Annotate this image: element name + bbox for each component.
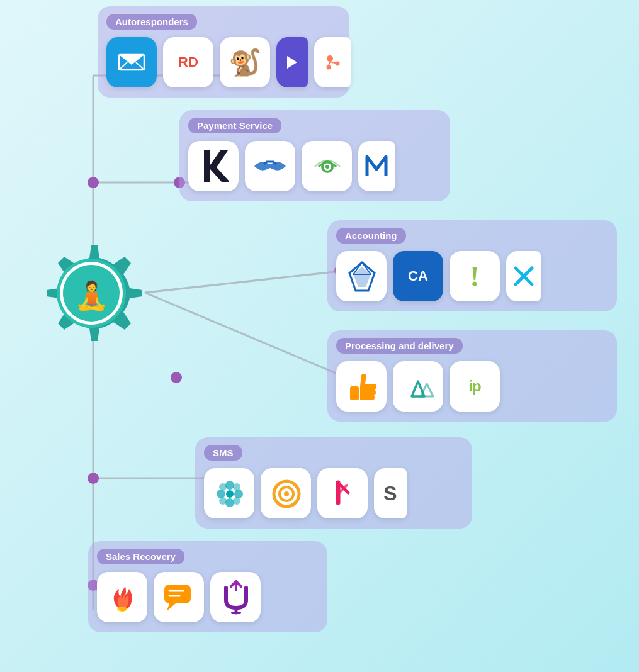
- fire-icon[interactable]: [97, 572, 147, 622]
- mailer-lite-icon[interactable]: [106, 37, 157, 87]
- svg-point-47: [233, 497, 240, 505]
- sendinblue-icon[interactable]: [204, 468, 254, 518]
- telnyx-icon[interactable]: [317, 468, 368, 518]
- peaks-icon[interactable]: [393, 361, 443, 412]
- rd-station-icon[interactable]: RD: [163, 37, 213, 87]
- hubspot-icon[interactable]: [314, 37, 351, 87]
- klarna-icon[interactable]: [188, 141, 239, 191]
- payment-icons: [188, 141, 441, 191]
- svg-point-46: [219, 497, 227, 505]
- payment-group: Payment Service: [179, 110, 450, 201]
- sms-icons: S: [204, 468, 463, 518]
- svg-marker-20: [287, 56, 297, 69]
- sms-group: SMS: [195, 437, 472, 529]
- svg-line-3: [145, 271, 346, 293]
- payment-label: Payment Service: [188, 118, 281, 133]
- svg-point-45: [233, 483, 240, 491]
- exclamation-icon[interactable]: !: [450, 251, 500, 301]
- processing-group: Processing and delivery ip: [327, 330, 617, 422]
- svg-text:🧘: 🧘: [74, 279, 109, 312]
- xero-icon[interactable]: [506, 251, 541, 301]
- gear-icon: 🧘: [38, 239, 145, 346]
- svg-point-10: [171, 372, 182, 383]
- handshake-icon[interactable]: [245, 141, 295, 191]
- sms-label: SMS: [204, 445, 242, 461]
- svg-point-54: [117, 607, 127, 612]
- center-hub: 🧘: [38, 239, 145, 346]
- svg-rect-55: [164, 585, 191, 603]
- svg-point-11: [88, 473, 99, 484]
- upviral-icon[interactable]: [210, 572, 261, 622]
- chat-icon[interactable]: [154, 572, 204, 622]
- sms4-icon[interactable]: S: [374, 468, 407, 518]
- processing-icons: ip: [336, 361, 608, 412]
- svg-rect-36: [350, 386, 359, 400]
- sales-recovery-label: Sales Recovery: [97, 549, 184, 564]
- svg-point-41: [225, 498, 234, 507]
- accounting-label: Accounting: [336, 228, 406, 244]
- svg-point-7: [88, 177, 99, 188]
- svg-line-25: [329, 62, 330, 65]
- svg-marker-56: [167, 603, 176, 611]
- main-container: 🧘 Autoresponders RD 🐒: [0, 0, 639, 672]
- sales-recovery-icons: [97, 572, 319, 622]
- rss-icon[interactable]: [302, 141, 352, 191]
- accounting-icons: CA !: [336, 251, 608, 301]
- svg-point-44: [219, 483, 227, 491]
- sales-recovery-group: Sales Recovery: [88, 541, 327, 632]
- autoresponders-icons: RD 🐒: [106, 37, 341, 87]
- clearbooks-icon[interactable]: CA: [393, 251, 443, 301]
- ip-icon[interactable]: ip: [450, 361, 500, 412]
- svg-point-50: [284, 491, 289, 496]
- svg-point-21: [327, 55, 333, 62]
- autoresponders-group: Autoresponders RD 🐒: [98, 6, 349, 98]
- svg-point-23: [327, 65, 331, 70]
- autoresponders-partial-icon: [276, 37, 308, 87]
- svg-line-4: [145, 293, 346, 378]
- autoresponders-label: Autoresponders: [106, 14, 197, 30]
- gem4me-icon[interactable]: [336, 251, 387, 301]
- mave-icon[interactable]: [358, 141, 395, 191]
- processing-label: Processing and delivery: [336, 338, 463, 354]
- svg-point-40: [225, 481, 234, 490]
- svg-point-42: [217, 490, 225, 498]
- mailchimp-icon[interactable]: 🐒: [220, 37, 270, 87]
- svg-point-43: [234, 490, 243, 498]
- twilio-icon[interactable]: [261, 468, 311, 518]
- accounting-group: Accounting CA !: [327, 220, 617, 311]
- svg-point-28: [325, 165, 329, 169]
- thumbs-up-icon[interactable]: [336, 361, 387, 412]
- svg-point-39: [226, 490, 234, 498]
